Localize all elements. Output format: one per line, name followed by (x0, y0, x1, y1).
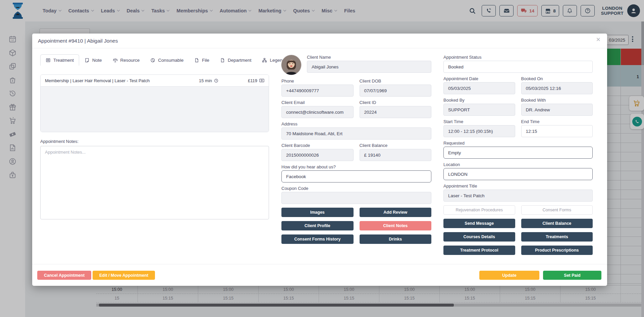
client-barcode-input[interactable]: 2015000000026 (281, 149, 354, 161)
close-icon[interactable]: × (596, 36, 600, 43)
images-button[interactable]: Images (281, 208, 354, 217)
treatment-duration: 15 min (199, 78, 218, 83)
appointment-title-input[interactable]: Laser - Test Patch (443, 190, 593, 202)
tab-note[interactable]: Note (79, 54, 107, 66)
client-balance-field: Client Balance £ 19140 (360, 143, 432, 161)
appointment-notes-input[interactable] (40, 146, 269, 219)
appointment-notes-label: Appointment Notes: (40, 139, 269, 144)
tab-treatment[interactable]: Treatment (40, 54, 79, 66)
consent-forms-button[interactable]: Consent Forms (521, 205, 593, 215)
modal-footer: Cancel Appointment Edit / Move Appointme… (32, 264, 607, 286)
treatment-row[interactable]: Membership | Laser Hair Removal | Laser … (41, 75, 269, 87)
cash-icon (259, 78, 264, 83)
client-avatar[interactable] (281, 55, 301, 75)
scales-icon (113, 58, 118, 63)
add-review-button[interactable]: Add Review (360, 208, 432, 217)
booked-on-input[interactable]: 05/03/2025 12:16 (521, 82, 593, 94)
booked-on-field: Booked On 05/03/2025 12:16 (521, 76, 593, 94)
treatment-protocol-button[interactable]: Treatment Protocol (443, 246, 515, 255)
modal-title: Appointment #9410 | Abigail Jones (38, 38, 118, 44)
client-notes-button[interactable]: Client Notes (360, 221, 432, 230)
drinks-button[interactable]: Drinks (360, 234, 432, 244)
client-id-input[interactable]: 20224 (360, 106, 432, 118)
appointment-column: Appointment Status Booked Appointment Da… (443, 55, 593, 255)
booked-with-input[interactable]: DR. Andrew (521, 104, 593, 116)
note-icon (85, 58, 90, 63)
consent-forms-history-button[interactable]: Consent Forms History (281, 234, 354, 244)
treatment-name: Membership | Laser Hair Removal | Laser … (45, 78, 199, 83)
phone-input[interactable]: +447490009777 (281, 85, 354, 97)
client-balance-button[interactable]: Client Balance (521, 219, 593, 228)
booked-by-field: Booked By SUPPORT (443, 98, 515, 116)
address-label: Address (281, 122, 431, 126)
requested-label: Requested (443, 141, 593, 146)
clock-icon (214, 78, 218, 83)
start-time-field: Start Time 12:00 - 12:15 (00:15h) (443, 119, 515, 137)
client-balance-input[interactable]: £ 19140 (360, 149, 432, 161)
phone-field: Phone +447490009777 (281, 79, 354, 97)
treatment-price: £119 (248, 78, 264, 83)
client-name-field: Client Name Abigail Jones (307, 55, 431, 75)
treatment-column: Treatment Note Resource Consumable File … (40, 54, 269, 221)
tab-resource[interactable]: Resource (107, 54, 145, 66)
set-paid-button[interactable]: Set Paid (543, 271, 601, 280)
edit-move-appointment-button[interactable]: Edit / Move Appointment (93, 271, 155, 280)
coupon-code-input[interactable] (281, 192, 431, 204)
client-dob-input[interactable]: 07/07/1969 (360, 85, 432, 97)
coupon-code-label: Coupon Code (281, 186, 431, 191)
requested-select[interactable]: Empty (443, 147, 593, 159)
treatment-list: Membership | Laser Hair Removal | Laser … (40, 74, 269, 132)
location-label: Location (443, 162, 593, 167)
treatment-icon (46, 58, 51, 63)
file-icon (194, 58, 199, 63)
address-input[interactable]: 70 Maidstone Road, Abl, Ert (281, 127, 431, 140)
update-button[interactable]: Update (479, 271, 539, 280)
appointment-modal: Appointment #9410 | Abigail Jones × Trea… (32, 34, 607, 286)
product-prescriptions-button[interactable]: Product Prescriptions (521, 246, 593, 255)
appointment-date-input[interactable]: 05/03/2025 (443, 82, 515, 94)
start-time-input[interactable]: 12:00 - 12:15 (00:15h) (443, 125, 515, 137)
appointment-status-label: Appointment Status (443, 55, 593, 60)
client-email-input[interactable]: connect@clinicsoftware.com (281, 106, 354, 118)
client-barcode-field: Client Barcode 2015000000026 (281, 143, 354, 161)
booked-with-field: Booked With DR. Andrew (521, 98, 593, 116)
pie-clock-icon (150, 58, 155, 63)
end-time-field: End Time 12:15 (521, 119, 593, 137)
file-icon (220, 58, 225, 63)
treatment-list-empty-area (41, 87, 269, 132)
rejuvenation-procedures-button[interactable]: Rejuvenation Procedures (443, 205, 515, 215)
appointment-actions: Rejuvenation Procedures Consent Forms Se… (443, 205, 593, 255)
send-message-button[interactable]: Send Message (443, 219, 515, 228)
client-dob-field: Client DOB 07/07/1969 (360, 79, 432, 97)
cancel-appointment-button[interactable]: Cancel Appointment (37, 271, 91, 280)
treatments-button[interactable]: Treatments (521, 232, 593, 242)
client-id-field: Client ID 20224 (360, 100, 432, 118)
client-name-input[interactable]: Abigail Jones (307, 61, 431, 73)
tab-department[interactable]: Department (215, 54, 257, 66)
tab-consumable[interactable]: Consumable (145, 54, 189, 66)
sitemap-icon (262, 58, 267, 63)
hear-about-select[interactable]: Facebook (281, 170, 431, 182)
appointment-status-select[interactable]: Booked (443, 61, 593, 73)
client-email-field: Client Email connect@clinicsoftware.com (281, 100, 354, 118)
appointment-date-field: Appointment Date 05/03/2025 (443, 76, 515, 94)
location-select[interactable]: LONDON (443, 168, 593, 180)
modal-header: Appointment #9410 | Abigail Jones × (32, 34, 607, 48)
client-name-label: Client Name (307, 55, 431, 60)
client-column: Client Name Abigail Jones Phone +4474900… (281, 55, 431, 244)
modal-tabs: Treatment Note Resource Consumable File … (40, 54, 269, 66)
tab-file[interactable]: File (189, 54, 215, 66)
client-actions: Images Add Review Client Profile Client … (281, 208, 431, 244)
booked-by-input[interactable]: SUPPORT (443, 104, 515, 116)
hear-about-label: How did you hear about us? (281, 165, 431, 169)
appointment-title-label: Appointment Title (443, 184, 593, 189)
client-profile-button[interactable]: Client Profile (281, 221, 354, 230)
end-time-input[interactable]: 12:15 (521, 125, 593, 137)
courses-details-button[interactable]: Courses Details (443, 232, 515, 242)
